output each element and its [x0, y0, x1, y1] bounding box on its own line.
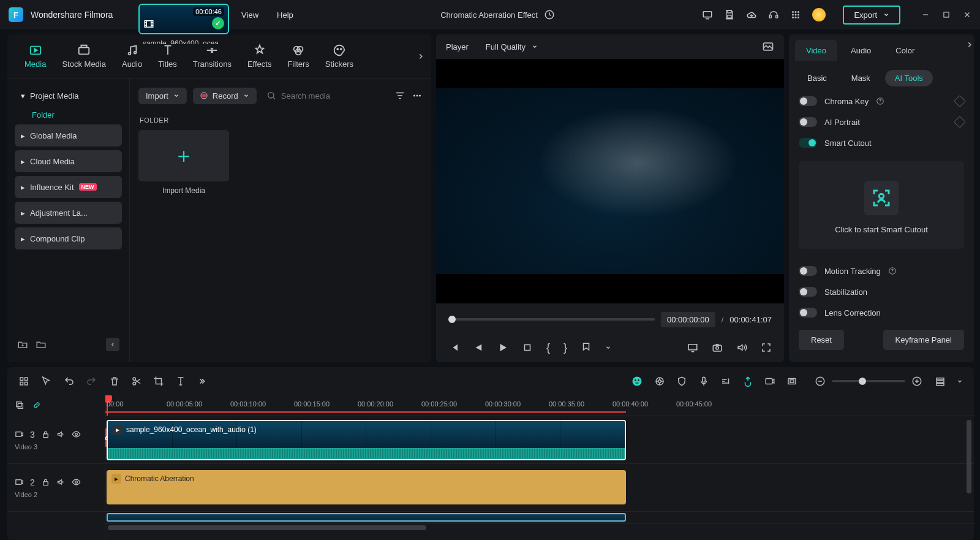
tabs-next-icon[interactable] [417, 52, 425, 61]
timeline-clip-effect[interactable]: ▸Chromatic Aberration [107, 470, 626, 504]
lock-icon[interactable] [41, 477, 50, 487]
marker-dropdown-icon[interactable] [581, 342, 592, 353]
subtab-mask[interactable]: Mask [842, 70, 880, 86]
save-icon[interactable] [724, 9, 735, 20]
more-tools-icon[interactable] [197, 377, 206, 386]
volume-icon[interactable] [736, 342, 747, 353]
delete-icon[interactable] [109, 376, 120, 387]
undo-icon[interactable] [64, 376, 75, 387]
tab-filters[interactable]: Filters [287, 44, 309, 69]
chevron-down-icon[interactable] [605, 344, 611, 351]
mark-in-icon[interactable]: { [546, 341, 550, 354]
snapshot-icon[interactable] [712, 342, 723, 353]
color-wheel-icon[interactable] [654, 376, 665, 387]
magnet-snap-icon[interactable] [742, 376, 753, 387]
sidebar-adjustment-layer[interactable]: ▸Adjustment La... [15, 202, 122, 224]
tab-effects[interactable]: Effects [247, 44, 272, 69]
track-video2[interactable]: ▸Chromatic Aberration [105, 464, 974, 512]
ai-face-icon[interactable] [631, 375, 643, 387]
sidebar-global-media[interactable]: ▸Global Media [15, 124, 122, 146]
prev-frame-icon[interactable] [448, 342, 459, 353]
subtab-basic[interactable]: Basic [797, 70, 837, 86]
display-icon[interactable] [687, 342, 698, 353]
crop-icon[interactable] [153, 376, 164, 387]
help-icon[interactable] [876, 97, 884, 105]
zoom-in-icon[interactable] [911, 376, 922, 387]
cloud-icon[interactable] [746, 9, 757, 20]
tab-stock-media[interactable]: Stock Media [62, 44, 106, 69]
toggle-stabilization[interactable] [799, 287, 817, 297]
device-icon[interactable] [702, 9, 713, 20]
tab-video[interactable]: Video [795, 40, 837, 61]
text-icon[interactable] [175, 376, 186, 387]
grid-icon[interactable] [18, 376, 29, 387]
play-reverse-icon[interactable] [473, 342, 484, 353]
menu-help[interactable]: Help [277, 10, 293, 20]
tab-media[interactable]: Media [24, 44, 46, 69]
render-icon[interactable] [764, 376, 775, 387]
toggle-smart-cutout[interactable] [799, 138, 817, 148]
tabs-next-icon[interactable] [965, 40, 974, 49]
voiceover-mic-icon[interactable] [698, 376, 709, 387]
subtab-ai-tools[interactable]: AI Tools [885, 70, 933, 86]
visibility-icon[interactable] [72, 430, 81, 439]
smart-cutout-start[interactable]: Click to start Smart Cutout [799, 161, 964, 249]
zoom-out-icon[interactable] [815, 376, 826, 387]
split-scissors-icon[interactable] [131, 376, 142, 387]
close-icon[interactable] [963, 10, 971, 19]
audio-mixer-icon[interactable] [720, 376, 731, 387]
sidebar-compound-clip[interactable]: ▸Compound Clip [15, 227, 122, 249]
keyframe-diamond-icon[interactable] [954, 116, 966, 128]
copy-track-icon[interactable] [15, 400, 24, 410]
snapshot-thumbnail-icon[interactable] [762, 40, 774, 53]
user-avatar[interactable] [812, 8, 826, 21]
help-icon[interactable] [888, 267, 897, 275]
redo-icon[interactable] [86, 376, 97, 387]
mark-out-icon[interactable]: } [564, 341, 567, 354]
mute-icon[interactable] [56, 477, 66, 487]
toggle-motion-tracking[interactable] [799, 266, 817, 276]
visibility-icon[interactable] [72, 477, 81, 487]
timeline-tracks[interactable]: 00:00 00:00:05:00 00:00:10:00 00:00:15:0… [105, 395, 974, 540]
time-ruler[interactable]: 00:00 00:00:05:00 00:00:10:00 00:00:15:0… [105, 395, 974, 416]
sidebar-cloud-media[interactable]: ▸Cloud Media [15, 150, 122, 172]
apps-icon[interactable] [790, 9, 801, 20]
toggle-ai-portrait[interactable] [799, 117, 817, 127]
mute-icon[interactable] [56, 430, 66, 439]
reset-button[interactable]: Reset [799, 330, 844, 350]
toggle-chroma-key[interactable] [799, 96, 817, 106]
maximize-icon[interactable] [942, 10, 951, 19]
track-header-video2[interactable]: 2 Video 2 [7, 464, 105, 512]
keyframe-panel-button[interactable]: Keyframe Panel [883, 330, 965, 350]
track-header-video3[interactable]: 3 Video 3 [7, 416, 105, 464]
quality-dropdown[interactable]: Full Quality [480, 40, 544, 54]
sidebar-influence-kit[interactable]: ▸Influence KitNEW [15, 176, 122, 198]
folder-icon[interactable] [36, 339, 47, 350]
search-media[interactable] [263, 91, 388, 101]
timeline-clip-video[interactable]: ▸sample_960x400_ocean_with_audio (1) [107, 420, 626, 460]
record-dropdown[interactable]: Record [193, 88, 257, 104]
import-dropdown[interactable]: Import [138, 88, 187, 104]
sidebar-folder[interactable]: Folder [15, 110, 122, 120]
media-clip-tile[interactable]: 00:00:46 ✓ sample_960x400_ocea... [138, 4, 229, 44]
play-icon[interactable] [497, 342, 508, 353]
timeline-v-scrollbar[interactable] [967, 420, 971, 493]
tab-audio[interactable]: Audio [122, 44, 142, 69]
fullscreen-icon[interactable] [761, 342, 772, 353]
tab-audio-props[interactable]: Audio [840, 40, 882, 61]
minimize-icon[interactable] [921, 10, 930, 19]
collapse-sidebar-icon[interactable] [106, 338, 119, 351]
search-input[interactable] [281, 91, 385, 101]
lock-icon[interactable] [41, 430, 50, 439]
timeline-clip-peek[interactable] [107, 513, 626, 522]
track-extra[interactable] [105, 512, 974, 524]
aspect-icon[interactable] [786, 376, 797, 387]
zoom-slider[interactable] [832, 380, 905, 382]
chevron-down-icon[interactable] [957, 378, 963, 384]
keyframe-diamond-icon[interactable] [954, 95, 966, 107]
track-video3[interactable]: ▸sample_960x400_ocean_with_audio (1) [105, 416, 974, 464]
menu-view[interactable]: View [241, 10, 258, 20]
timeline-h-scrollbar[interactable] [105, 524, 974, 531]
support-icon[interactable] [768, 9, 779, 20]
shield-marker-icon[interactable] [676, 376, 687, 387]
